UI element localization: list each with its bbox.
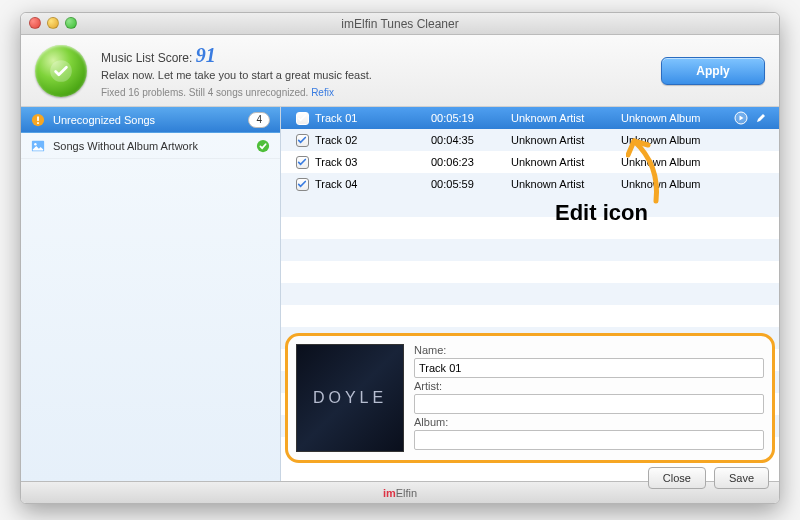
track-row[interactable]: Track 0300:06:23Unknown ArtistUnknown Al… (281, 151, 779, 173)
close-window-icon[interactable] (29, 17, 41, 29)
sidebar-item-unrecognized[interactable]: Unrecognized Songs 4 (21, 107, 280, 133)
svg-point-5 (34, 143, 36, 145)
sidebar: Unrecognized Songs 4 Songs Without Album… (21, 107, 281, 481)
track-artist: Unknown Artist (511, 156, 621, 168)
track-artist: Unknown Artist (511, 178, 621, 190)
sidebar-item-label: Songs Without Album Artwork (53, 140, 198, 152)
sidebar-item-label: Unrecognized Songs (53, 114, 155, 126)
track-artist: Unknown Artist (511, 134, 621, 146)
sidebar-item-count: 4 (248, 112, 270, 128)
sidebar-item-no-artwork[interactable]: Songs Without Album Artwork (21, 133, 280, 159)
header-subline: Relax now. Let me take you to start a gr… (101, 69, 647, 81)
track-album: Unknown Album (621, 156, 731, 168)
zoom-window-icon[interactable] (65, 17, 77, 29)
track-title: Track 01 (315, 112, 431, 124)
track-checkbox[interactable] (289, 156, 315, 169)
track-checkbox[interactable] (289, 112, 315, 125)
header: Music List Score: 91 Relax now. Let me t… (21, 35, 779, 107)
header-text: Music List Score: 91 Relax now. Let me t… (101, 44, 647, 98)
artist-label: Artist: (414, 380, 764, 392)
close-button[interactable]: Close (648, 467, 706, 489)
app-window: imElfin Tunes Cleaner Music List Score: … (20, 12, 780, 504)
artwork-icon (31, 139, 45, 153)
track-duration: 00:06:23 (431, 156, 511, 168)
track-album: Unknown Album (621, 112, 731, 124)
edit-panel-buttons: Close Save (285, 467, 775, 493)
apply-button[interactable]: Apply (661, 57, 765, 85)
track-row[interactable]: Track 0400:05:59Unknown ArtistUnknown Al… (281, 173, 779, 195)
album-input[interactable] (414, 430, 764, 450)
refix-link[interactable]: Refix (311, 87, 334, 98)
score-value: 91 (196, 44, 216, 66)
edit-fields: Name: Artist: Album: (414, 344, 764, 452)
track-title: Track 03 (315, 156, 431, 168)
track-list: Track 0100:05:19Unknown ArtistUnknown Al… (281, 107, 779, 195)
track-album: Unknown Album (621, 134, 731, 146)
edit-panel: DOYLE Name: Artist: Album: (285, 333, 775, 463)
titlebar: imElfin Tunes Cleaner (21, 13, 779, 35)
album-cover-text: DOYLE (313, 389, 387, 407)
track-checkbox[interactable] (289, 178, 315, 191)
track-duration: 00:04:35 (431, 134, 511, 146)
minimize-window-icon[interactable] (47, 17, 59, 29)
score-label: Music List Score: (101, 51, 192, 65)
window-title: imElfin Tunes Cleaner (341, 17, 458, 31)
artist-input[interactable] (414, 394, 764, 414)
warning-icon (31, 113, 45, 127)
track-checkbox[interactable] (289, 134, 315, 147)
album-cover: DOYLE (296, 344, 404, 452)
name-label: Name: (414, 344, 764, 356)
window-controls (29, 17, 77, 29)
track-duration: 00:05:59 (431, 178, 511, 190)
track-title: Track 02 (315, 134, 431, 146)
track-title: Track 04 (315, 178, 431, 190)
fixed-status: Fixed 16 problems. Still 4 songs unrecog… (101, 87, 308, 98)
ok-icon (256, 139, 270, 153)
album-label: Album: (414, 416, 764, 428)
svg-rect-2 (37, 116, 39, 120)
name-input[interactable] (414, 358, 764, 378)
track-artist: Unknown Artist (511, 112, 621, 124)
annotation-label: Edit icon (555, 200, 648, 226)
save-button[interactable]: Save (714, 467, 769, 489)
track-duration: 00:05:19 (431, 112, 511, 124)
track-album: Unknown Album (621, 178, 731, 190)
track-row[interactable]: Track 0200:04:35Unknown ArtistUnknown Al… (281, 129, 779, 151)
svg-rect-3 (37, 122, 39, 124)
edit-icon[interactable] (751, 112, 771, 124)
track-row[interactable]: Track 0100:05:19Unknown ArtistUnknown Al… (281, 107, 779, 129)
play-icon[interactable] (731, 111, 751, 125)
score-badge-icon (35, 45, 87, 97)
